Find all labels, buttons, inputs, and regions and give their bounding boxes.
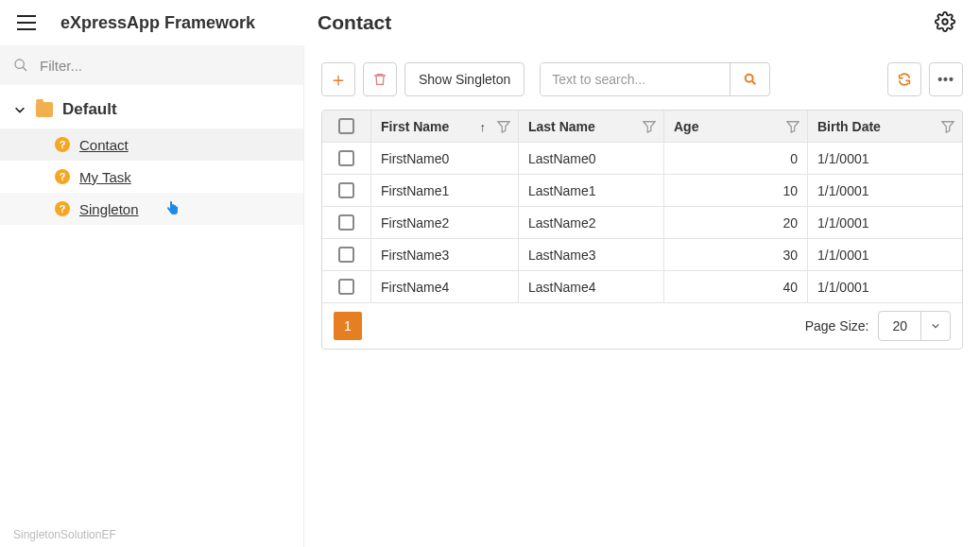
cell-first-name: FirstName0 [371, 143, 519, 175]
nav-item-my-task[interactable]: ? My Task [0, 161, 303, 193]
row-checkbox[interactable] [338, 182, 354, 198]
delete-button[interactable] [363, 62, 397, 96]
cell-age: 20 [664, 207, 808, 239]
row-checkbox[interactable] [338, 214, 354, 231]
refresh-icon [897, 72, 912, 87]
nav-item-label: My Task [79, 169, 131, 185]
view-title: Contact [318, 11, 391, 34]
cell-age: 0 [664, 143, 808, 175]
question-icon: ? [55, 137, 70, 152]
cell-birth-date: 1/1/0001 [808, 143, 962, 175]
cursor-pointer-icon [165, 201, 179, 216]
page-button-1[interactable]: 1 [334, 312, 362, 340]
show-singleton-button[interactable]: Show Singleton [404, 62, 524, 96]
row-checkbox[interactable] [338, 279, 354, 295]
cell-first-name: FirstName1 [371, 175, 519, 207]
column-header-last-name[interactable]: Last Name [519, 111, 664, 143]
cell-last-name: LastName3 [519, 239, 664, 271]
cell-last-name: LastName2 [519, 207, 664, 239]
filter-icon[interactable] [497, 120, 510, 133]
app-title: eXpressApp Framework [60, 13, 255, 33]
more-actions-button[interactable]: ••• [929, 62, 963, 96]
row-checkbox[interactable] [338, 247, 354, 263]
nav-group-default[interactable]: Default [0, 91, 303, 128]
filter-icon[interactable] [786, 120, 799, 133]
refresh-button[interactable] [887, 62, 921, 96]
cell-first-name: FirstName2 [371, 207, 519, 239]
row-checkbox[interactable] [338, 150, 354, 166]
sidebar: Default ? Contact ? My Task ? Singleton [0, 45, 304, 547]
nav-item-label: Contact [79, 137, 129, 153]
cell-last-name: LastName1 [519, 175, 664, 207]
page-size-label: Page Size: [805, 318, 869, 333]
table-row[interactable]: FirstName4LastName4401/1/0001 [322, 271, 962, 303]
trash-icon [372, 72, 387, 87]
column-header-first-name[interactable]: First Name ↑ [371, 111, 519, 143]
filter-icon[interactable] [941, 120, 954, 133]
cell-birth-date: 1/1/0001 [808, 239, 962, 271]
grid-search-input[interactable] [541, 63, 730, 95]
sort-ascending-icon: ↑ [480, 119, 487, 133]
cell-birth-date: 1/1/0001 [808, 271, 962, 303]
cell-last-name: LastName4 [519, 271, 664, 303]
cell-first-name: FirstName4 [371, 271, 519, 303]
sidebar-filter-input[interactable] [40, 58, 290, 74]
chevron-down-icon [13, 103, 26, 116]
page-size-value: 20 [879, 312, 921, 340]
data-grid: First Name ↑ Last Name Age Birth Date [321, 110, 963, 350]
grid-search-button[interactable] [730, 63, 769, 95]
sidebar-footer-text: SingletonSolutionEF [13, 528, 116, 541]
nav-group-label: Default [62, 100, 117, 119]
cell-last-name: LastName0 [519, 143, 664, 175]
cell-age: 30 [664, 239, 808, 271]
cell-birth-date: 1/1/0001 [808, 207, 962, 239]
cell-first-name: FirstName3 [371, 239, 519, 271]
cell-age: 10 [664, 175, 808, 207]
column-header-age[interactable]: Age [664, 111, 808, 143]
cell-birth-date: 1/1/0001 [808, 175, 962, 207]
svg-point-1 [15, 60, 24, 68]
search-icon [13, 58, 28, 73]
column-header-birth-date[interactable]: Birth Date [808, 111, 962, 143]
page-size-dropdown[interactable] [921, 321, 950, 331]
nav-item-singleton[interactable]: ? Singleton [0, 193, 303, 225]
svg-point-2 [745, 75, 752, 82]
nav-item-label: Singleton [79, 201, 139, 217]
select-all-checkbox[interactable] [338, 118, 354, 134]
folder-icon [36, 102, 53, 117]
cell-age: 40 [664, 271, 808, 303]
table-row[interactable]: FirstName1LastName1101/1/0001 [322, 175, 962, 207]
nav-item-contact[interactable]: ? Contact [0, 128, 303, 161]
question-icon: ? [55, 201, 70, 216]
filter-icon[interactable] [643, 120, 656, 133]
settings-button[interactable] [935, 11, 957, 34]
question-icon: ? [55, 169, 70, 184]
hamburger-menu-button[interactable] [15, 11, 38, 34]
table-row[interactable]: FirstName0LastName001/1/0001 [322, 143, 962, 175]
svg-point-0 [942, 19, 948, 25]
table-row[interactable]: FirstName2LastName2201/1/0001 [322, 207, 962, 239]
table-row[interactable]: FirstName3LastName3301/1/0001 [322, 239, 962, 271]
new-button[interactable]: ＋ [321, 62, 355, 96]
